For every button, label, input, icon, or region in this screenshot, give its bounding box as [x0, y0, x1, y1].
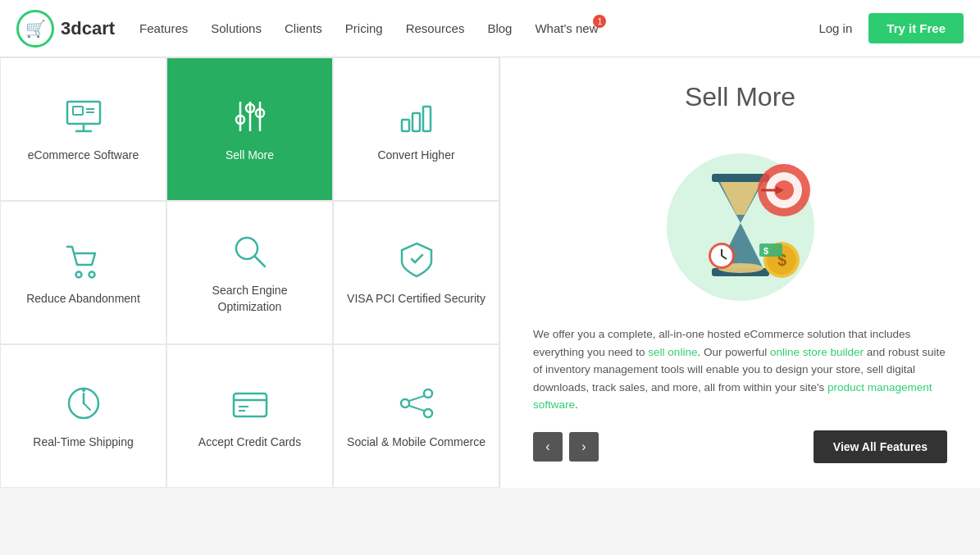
svg-rect-3	[73, 107, 83, 115]
nav-resources[interactable]: Resources	[406, 21, 465, 35]
store-builder-link[interactable]: online store builder	[770, 346, 864, 358]
nav-whats-new[interactable]: What's new 1	[535, 21, 598, 35]
shield-icon	[395, 239, 438, 281]
grid-cell-convert[interactable]: Convert Higher	[333, 57, 499, 201]
share-icon	[395, 382, 438, 425]
monitor-icon	[62, 95, 105, 138]
panel-description: We offer you a complete, all-in-one host…	[533, 325, 947, 414]
card-icon	[229, 382, 271, 425]
cell-label-seo: Search Engine Optimization	[180, 283, 320, 315]
svg-rect-12	[402, 120, 409, 131]
svg-line-33	[409, 406, 424, 411]
cart-icon	[62, 239, 105, 281]
svg-line-18	[255, 257, 265, 266]
nav-links: Features Solutions Clients Pricing Resou…	[139, 21, 818, 35]
svg-rect-25	[234, 394, 267, 416]
next-button[interactable]: ›	[569, 432, 599, 462]
search-icon	[229, 230, 271, 273]
grid-cell-sell-more[interactable]: Sell More	[166, 57, 333, 201]
bar-chart-icon	[395, 95, 438, 138]
svg-point-29	[424, 389, 432, 398]
svg-rect-14	[423, 107, 431, 131]
navbar: 🛒 3dcart Features Solutions Clients Pric…	[0, 0, 980, 57]
grid-cell-ecommerce[interactable]: eCommerce Software	[0, 57, 166, 201]
svg-point-31	[401, 399, 409, 407]
nav-arrows: ‹ ›	[533, 432, 599, 462]
svg-line-23	[84, 403, 90, 410]
cell-label-shipping: Real-Time Shipping	[33, 434, 133, 451]
cell-label-convert: Convert Higher	[377, 148, 454, 164]
grid-cell-reduce[interactable]: Reduce Abandonment	[0, 201, 166, 344]
grid-cell-seo[interactable]: Search Engine Optimization	[166, 201, 333, 344]
prev-button[interactable]: ‹	[533, 432, 563, 462]
cell-label-ecommerce: eCommerce Software	[28, 148, 139, 164]
main-content: eCommerce Software Sell More Convert Hig…	[0, 57, 980, 488]
svg-text:$: $	[763, 246, 768, 256]
nav-pricing[interactable]: Pricing	[345, 21, 383, 35]
grid-cell-cards[interactable]: Accept Credit Cards	[166, 344, 333, 488]
cell-label-reduce: Reduce Abandonment	[26, 291, 140, 307]
try-free-button[interactable]: Try it Free	[868, 13, 964, 43]
features-grid: eCommerce Software Sell More Convert Hig…	[0, 57, 500, 488]
svg-point-15	[75, 271, 81, 277]
cell-label-sell-more: Sell More	[226, 148, 274, 164]
svg-rect-13	[413, 113, 420, 131]
svg-line-32	[409, 396, 424, 401]
svg-point-16	[89, 271, 94, 277]
logo[interactable]: 🛒 3dcart	[16, 10, 115, 48]
view-all-button[interactable]: View All Features	[814, 430, 947, 463]
grid-cell-social[interactable]: Social & Mobile Commerce	[333, 344, 499, 488]
panel-nav: ‹ › View All Features	[533, 430, 947, 463]
cell-label-cards: Accept Credit Cards	[198, 434, 301, 451]
svg-point-30	[424, 409, 432, 417]
cell-label-social: Social & Mobile Commerce	[347, 434, 485, 451]
sell-online-link[interactable]: sell online	[648, 346, 697, 358]
panel-title: Sell More	[533, 82, 947, 112]
logo-icon: 🛒	[16, 10, 54, 48]
sliders-icon	[229, 95, 271, 138]
logo-text: 3dcart	[61, 18, 115, 39]
cell-label-security: VISA PCI Certified Security	[347, 291, 485, 307]
nav-features[interactable]: Features	[139, 21, 188, 35]
nav-right: Log in Try it Free	[818, 13, 964, 43]
nav-solutions[interactable]: Solutions	[211, 21, 262, 35]
right-panel: Sell More	[500, 57, 980, 488]
svg-point-17	[236, 238, 258, 259]
svg-point-24	[82, 389, 85, 392]
notification-badge: 1	[593, 15, 606, 28]
clock-icon	[62, 382, 105, 425]
nav-clients[interactable]: Clients	[285, 21, 322, 35]
grid-cell-shipping[interactable]: Real-Time Shipping	[0, 344, 166, 488]
login-link[interactable]: Log in	[818, 21, 852, 35]
nav-blog[interactable]: Blog	[487, 21, 512, 35]
svg-line-20	[415, 255, 422, 262]
panel-illustration: $ $	[533, 129, 947, 309]
sell-more-illustration: $ $	[654, 129, 827, 309]
grid-cell-security[interactable]: VISA PCI Certified Security	[333, 201, 499, 344]
